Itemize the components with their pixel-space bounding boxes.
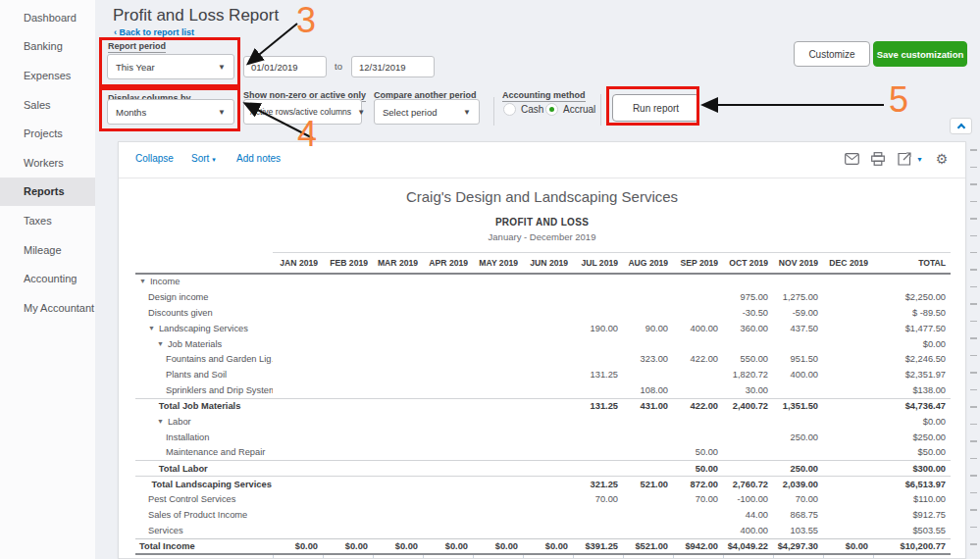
- cell-value[interactable]: 131.25: [573, 398, 623, 414]
- cell-value[interactable]: $0.00: [873, 336, 951, 352]
- cell-value[interactable]: 131.25: [573, 367, 623, 382]
- collapse-row-icon[interactable]: ▼: [139, 278, 146, 284]
- cell-value[interactable]: 44.00: [723, 507, 773, 523]
- cell-value[interactable]: $521.00: [623, 538, 673, 554]
- cell-value[interactable]: $0.00: [473, 538, 523, 554]
- cell-value[interactable]: $4,297.30: [773, 538, 823, 554]
- cell-value[interactable]: 321.25: [573, 477, 623, 492]
- sidebar-item-projects[interactable]: Projects: [0, 119, 95, 148]
- back-to-report-list-link[interactable]: ‹ Back to report list: [114, 27, 194, 37]
- cell-value[interactable]: 50.00: [673, 445, 723, 461]
- cell-value[interactable]: 872.00: [673, 477, 723, 492]
- row-label[interactable]: ▼Landscaping Services: [135, 321, 273, 336]
- cell-value[interactable]: -30.50: [723, 305, 773, 321]
- cell-value[interactable]: $0.00: [323, 538, 373, 554]
- cell-value[interactable]: 868.75: [773, 507, 823, 523]
- cell-value[interactable]: 400.00: [773, 367, 823, 382]
- cell-value[interactable]: $2,246.50: [873, 351, 951, 367]
- date-from-input[interactable]: 01/01/2019: [243, 56, 327, 77]
- row-label[interactable]: ▼Job Materials: [135, 336, 273, 352]
- cell-value[interactable]: 550.00: [723, 351, 773, 367]
- row-label[interactable]: ▼Labor: [135, 414, 273, 430]
- row-label[interactable]: ▼Income: [135, 274, 273, 289]
- collapse-row-icon[interactable]: ▼: [148, 325, 155, 331]
- sidebar-item-accounting[interactable]: Accounting: [0, 264, 95, 293]
- sidebar-item-expenses[interactable]: Expenses: [0, 61, 95, 90]
- collapse-link[interactable]: Collapse: [135, 153, 174, 164]
- cell-value[interactable]: $0.00: [523, 538, 573, 554]
- cell-value[interactable]: $2,250.00: [873, 289, 951, 305]
- cell-value[interactable]: 103.55: [773, 523, 823, 538]
- cell-value[interactable]: $250.00: [873, 430, 951, 445]
- cell-value[interactable]: $2,351.97: [873, 367, 951, 382]
- cell-value[interactable]: $942.00: [673, 538, 723, 554]
- cell-value[interactable]: 422.00: [673, 351, 723, 367]
- cell-value[interactable]: 70.00: [573, 491, 623, 507]
- cell-value[interactable]: 30.00: [723, 382, 773, 398]
- cell-value[interactable]: $391.25: [573, 538, 623, 554]
- show-nonzero-select[interactable]: Active rows/active columns ▼: [243, 99, 362, 125]
- add-notes-link[interactable]: Add notes: [236, 153, 281, 164]
- date-to-input[interactable]: 12/31/2019: [351, 56, 435, 77]
- collapse-row-icon[interactable]: ▼: [157, 418, 164, 425]
- cell-value[interactable]: 521.00: [623, 477, 673, 492]
- cell-value[interactable]: 2,400.72: [723, 398, 773, 414]
- cell-value[interactable]: $0.00: [373, 538, 423, 554]
- sidebar-item-mileage[interactable]: Mileage: [0, 235, 95, 265]
- save-customization-button[interactable]: Save customization: [873, 41, 967, 67]
- cell-value[interactable]: 437.50: [773, 321, 823, 336]
- cell-value[interactable]: 250.00: [773, 430, 823, 445]
- display-columns-select[interactable]: Months ▼: [107, 99, 234, 125]
- cell-value[interactable]: 2,760.72: [723, 477, 773, 492]
- cell-value[interactable]: 360.00: [723, 321, 773, 336]
- scrollbar-track[interactable]: [970, 149, 977, 551]
- cell-value[interactable]: 431.00: [623, 398, 673, 414]
- sidebar-item-sales[interactable]: Sales: [0, 90, 95, 120]
- cell-value[interactable]: $0.00: [823, 538, 873, 554]
- cell-value[interactable]: $4,736.47: [873, 398, 951, 414]
- cell-value[interactable]: 400.00: [723, 523, 773, 538]
- collapse-filters-button[interactable]: [950, 118, 972, 134]
- cell-value[interactable]: $503.55: [873, 523, 951, 538]
- cell-value[interactable]: 108.00: [623, 382, 673, 398]
- cell-value[interactable]: $0.00: [423, 538, 473, 554]
- report-period-select[interactable]: This Year ▼: [107, 54, 234, 79]
- cell-value[interactable]: $1,477.50: [873, 321, 951, 336]
- cell-value[interactable]: 951.50: [773, 351, 823, 367]
- cell-value[interactable]: $300.00: [873, 461, 951, 477]
- cell-value[interactable]: $138.00: [873, 382, 951, 398]
- cell-value[interactable]: -59.00: [773, 305, 823, 321]
- export-icon[interactable]: [897, 151, 912, 167]
- cell-value[interactable]: $6,513.97: [873, 477, 951, 492]
- cell-value[interactable]: -100.00: [723, 491, 773, 507]
- cell-value[interactable]: $4,049.22: [723, 538, 773, 554]
- cell-value[interactable]: 1,820.72: [723, 367, 773, 382]
- compare-period-select[interactable]: Select period ▼: [374, 99, 480, 125]
- cash-radio[interactable]: Cash: [503, 103, 543, 116]
- cell-value[interactable]: 975.00: [723, 289, 773, 305]
- cell-value[interactable]: $110.00: [873, 491, 951, 507]
- cell-value[interactable]: $10,200.77: [873, 538, 951, 554]
- sidebar-item-workers[interactable]: Workers: [0, 148, 95, 178]
- cell-value[interactable]: 70.00: [673, 491, 723, 507]
- cell-value[interactable]: 90.00: [623, 321, 673, 336]
- run-report-button[interactable]: Run report: [612, 94, 699, 122]
- cell-value[interactable]: $0.00: [873, 414, 951, 430]
- email-icon[interactable]: [844, 151, 859, 167]
- cell-value[interactable]: 2,039.00: [773, 477, 823, 492]
- sidebar-item-dashboard[interactable]: Dashboard: [0, 3, 95, 32]
- cell-value[interactable]: 70.00: [773, 491, 823, 507]
- sidebar-item-my-accountant[interactable]: My Accountant: [0, 293, 95, 323]
- export-options-caret[interactable]: ▼: [916, 156, 923, 163]
- sidebar-item-banking[interactable]: Banking: [0, 32, 95, 62]
- collapse-row-icon[interactable]: ▼: [157, 340, 164, 347]
- cell-value[interactable]: $0.00: [273, 538, 323, 554]
- settings-icon[interactable]: ⚙: [934, 151, 950, 167]
- cell-value[interactable]: 422.00: [673, 398, 723, 414]
- cell-value[interactable]: 323.00: [623, 351, 673, 367]
- cell-value[interactable]: 250.00: [773, 461, 823, 477]
- cell-value[interactable]: $ -89.50: [873, 305, 951, 321]
- cell-value[interactable]: 400.00: [673, 321, 723, 336]
- cell-value[interactable]: 1,275.00: [773, 289, 823, 305]
- sidebar-item-reports[interactable]: Reports: [0, 178, 95, 207]
